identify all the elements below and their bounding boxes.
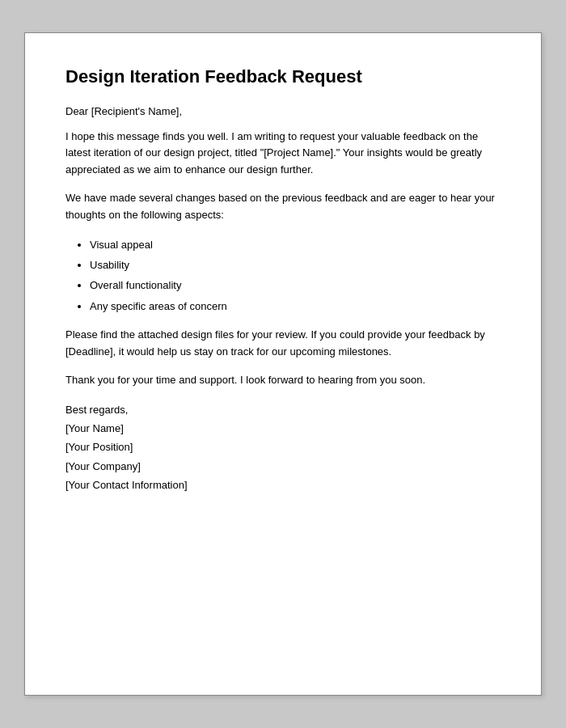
signature-block: Best regards, [Your Name][Your Position]…	[65, 400, 501, 495]
bullet-item-3: Any specific areas of concern	[90, 297, 501, 315]
signature-line-2: [Your Company]	[65, 457, 501, 476]
paragraph-3: Please find the attached design files fo…	[65, 327, 501, 361]
paragraph-2: We have made several changes based on th…	[65, 190, 501, 224]
paragraph-4: Thank you for your time and support. I l…	[65, 372, 501, 389]
closing-text: Best regards,	[65, 404, 128, 416]
signature-line-0: [Your Name]	[65, 419, 501, 438]
bullet-list: Visual appealUsabilityOverall functional…	[90, 235, 501, 316]
bullet-item-2: Overall functionality	[90, 276, 501, 294]
bullet-item-0: Visual appeal	[90, 235, 501, 254]
bullet-item-1: Usability	[90, 256, 501, 274]
paragraph-1: I hope this message finds you well. I am…	[65, 129, 501, 179]
salutation: Dear [Recipient's Name],	[65, 105, 501, 117]
document-container: Design Iteration Feedback Request Dear […	[24, 32, 542, 696]
signature-line-3: [Your Contact Information]	[65, 476, 501, 494]
signature-line-1: [Your Position]	[65, 438, 501, 456]
document-title: Design Iteration Feedback Request	[65, 66, 501, 89]
